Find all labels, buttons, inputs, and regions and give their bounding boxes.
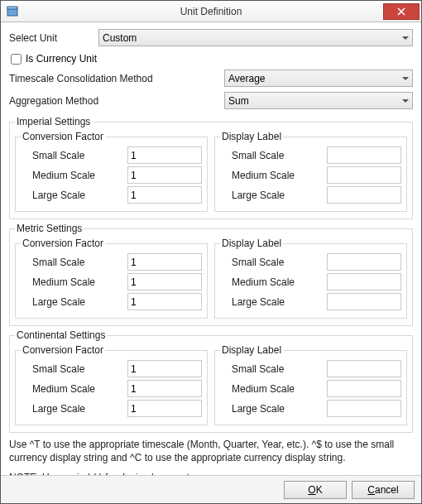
large-scale-label: Large Scale [21,403,127,415]
large-scale-label: Large Scale [220,403,327,415]
small-scale-label: Small Scale [21,257,127,268]
timescale-method-label: Timescale Consolidation Method [9,73,224,84]
medium-scale-label: Medium Scale [220,276,327,288]
close-button[interactable] [383,3,420,20]
imperial-disp-medium-input[interactable] [327,166,401,184]
continental-disp-medium-input[interactable] [327,380,401,397]
metric-conversion-group: Conversion Factor Small Scale Medium Sca… [15,238,208,319]
aggregation-method-value: Sum [228,95,249,107]
metric-conv-medium-input[interactable] [127,273,202,290]
continental-conv-large-input[interactable] [127,400,202,417]
metric-conv-small-input[interactable] [127,253,202,271]
titlebar: Unit Definition [1,1,421,22]
large-scale-label: Large Scale [21,190,127,201]
is-currency-checkbox[interactable] [11,54,22,65]
continental-disp-large-input[interactable] [327,400,401,417]
imperial-disp-large-input[interactable] [327,186,401,204]
metric-display-group: Display Label Small Scale Medium Scale L… [214,238,407,319]
cancel-button[interactable]: Cancel [352,481,415,499]
medium-scale-label: Medium Scale [21,170,127,181]
chevron-down-icon [402,36,409,40]
chevron-down-icon [402,77,409,80]
metric-conv-large-input[interactable] [127,293,202,310]
imperial-conv-small-input[interactable] [127,146,202,164]
continental-conv-legend: Conversion Factor [21,344,105,356]
continental-disp-small-input[interactable] [327,360,401,377]
imperial-disp-small-input[interactable] [327,146,401,164]
content-area: Select Unit Custom Is Currency Unit Time… [1,22,421,475]
is-currency-label: Is Currency Unit [26,53,97,65]
imperial-legend: Imperial Settings [15,116,92,127]
continental-legend: Continental Settings [15,329,107,341]
metric-disp-medium-input[interactable] [327,273,401,290]
select-unit-combo[interactable]: Custom [98,29,413,46]
small-scale-label: Small Scale [21,363,127,375]
large-scale-label: Large Scale [21,296,127,308]
large-scale-label: Large Scale [220,190,327,201]
app-icon [6,5,19,18]
aggregation-method-label: Aggregation Method [9,95,224,107]
small-scale-label: Small Scale [21,150,127,161]
window-title: Unit Definition [1,6,421,17]
unit-definition-dialog: Unit Definition Select Unit Custom Is Cu… [0,0,422,504]
timescale-method-value: Average [228,73,265,84]
continental-conversion-group: Conversion Factor Small Scale Medium Sca… [15,344,208,425]
imperial-conversion-group: Conversion Factor Small Scale Medium Sca… [15,131,208,212]
metric-disp-large-input[interactable] [327,293,401,310]
chevron-down-icon [402,99,409,103]
metric-disp-legend: Display Label [220,238,283,249]
imperial-disp-legend: Display Label [220,131,283,142]
imperial-conv-legend: Conversion Factor [21,131,105,142]
timescale-method-combo[interactable]: Average [224,70,413,87]
metric-disp-small-input[interactable] [327,253,401,271]
medium-scale-label: Medium Scale [21,383,127,395]
medium-scale-label: Medium Scale [220,170,327,181]
continental-conv-small-input[interactable] [127,360,202,377]
imperial-conv-medium-input[interactable] [127,166,202,184]
continental-conv-medium-input[interactable] [127,380,202,397]
dialog-footer: OK Cancel [1,475,421,503]
large-scale-label: Large Scale [220,296,327,308]
imperial-display-group: Display Label Small Scale Medium Scale L… [214,131,407,212]
select-unit-value: Custom [103,32,137,44]
imperial-settings-group: Imperial Settings Conversion Factor Smal… [9,116,413,219]
select-unit-label: Select Unit [9,32,98,44]
continental-disp-legend: Display Label [220,344,283,356]
ok-button[interactable]: OK [284,481,347,499]
aggregation-method-combo[interactable]: Sum [224,92,413,109]
metric-conv-legend: Conversion Factor [21,238,105,249]
small-scale-label: Small Scale [220,150,327,161]
continental-settings-group: Continental Settings Conversion Factor S… [9,329,413,433]
svg-rect-1 [7,7,17,9]
metric-legend: Metric Settings [15,223,84,234]
medium-scale-label: Medium Scale [21,276,127,288]
small-scale-label: Small Scale [220,363,327,375]
help-note-1: Use ^T to use the appropriate timescale … [9,438,413,464]
imperial-conv-large-input[interactable] [127,186,202,204]
medium-scale-label: Medium Scale [220,383,327,395]
small-scale-label: Small Scale [220,257,327,268]
continental-display-group: Display Label Small Scale Medium Scale L… [214,344,407,425]
metric-settings-group: Metric Settings Conversion Factor Small … [9,223,413,326]
